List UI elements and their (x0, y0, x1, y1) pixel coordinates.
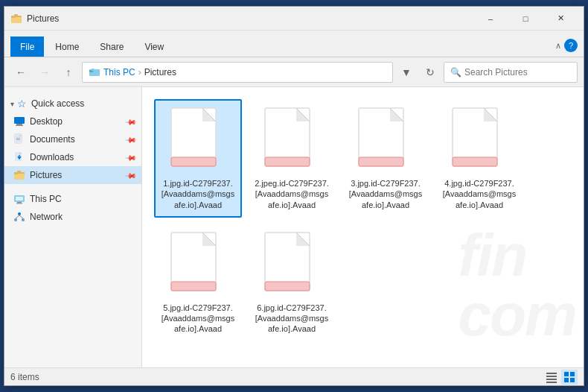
file-area: fiпcom 1.jpg.id-C279F237.[Avaaddams@msgs… (142, 87, 584, 367)
svg-line-29 (16, 215, 19, 218)
title-bar-title: Pictures (27, 13, 473, 24)
ribbon-chevron: ∧ ? (555, 39, 578, 57)
quick-access-header[interactable]: ▾ ☆ Quick access (4, 93, 141, 113)
file-name: 2.jpeg.id-C279F237.[Avaaddams@msgsafe.io… (254, 178, 330, 210)
svg-rect-19 (14, 174, 25, 180)
tab-file[interactable]: File (10, 37, 44, 57)
svg-rect-58 (546, 382, 557, 383)
file-item[interactable]: 5.jpg.id-C279F237.[Avaaddams@msgsafe.io]… (154, 224, 242, 342)
file-grid: 1.jpg.id-C279F237.[Avaaddams@msgsafe.io]… (151, 96, 575, 345)
close-button[interactable]: ✕ (543, 7, 578, 31)
address-path[interactable]: This PC › Pictures (82, 62, 393, 83)
maximize-button[interactable]: □ (508, 7, 543, 31)
forward-button[interactable]: → (34, 62, 55, 83)
title-bar: Pictures – □ ✕ (4, 7, 584, 31)
title-bar-icon (10, 13, 22, 25)
pin-icon-docs: 📌 (125, 133, 137, 145)
svg-rect-23 (16, 197, 23, 200)
quick-access-label: Quick access (31, 98, 84, 109)
svg-rect-59 (564, 372, 569, 376)
svg-rect-62 (570, 378, 575, 382)
explorer-window: Pictures – □ ✕ File Home Share View ∧ ? … (4, 6, 584, 386)
file-name: 6.jpg.id-C279F237.[Avaaddams@msgsafe.io]… (254, 303, 330, 335)
search-input[interactable] (464, 67, 571, 78)
svg-rect-24 (17, 202, 22, 203)
svg-rect-3 (14, 14, 18, 16)
file-item[interactable]: 1.jpg.id-C279F237.[Avaaddams@msgsafe.io]… (154, 99, 242, 218)
svg-rect-14 (16, 139, 20, 140)
path-thispc[interactable]: This PC (103, 67, 135, 78)
file-item[interactable]: 6.jpg.id-C279F237.[Avaaddams@msgsafe.io]… (248, 224, 336, 342)
file-item[interactable]: 3.jpg.id-C279F237.[Avaaddams@msgsafe.io]… (342, 99, 429, 218)
file-icon (356, 107, 415, 174)
file-name: 1.jpg.id-C279F237.[Avaaddams@msgsafe.io]… (160, 178, 236, 210)
svg-rect-21 (17, 171, 21, 173)
svg-rect-7 (14, 117, 25, 124)
thispc-icon (13, 193, 25, 205)
sidebar-item-thispc-label: This PC (30, 194, 135, 204)
svg-rect-60 (570, 372, 575, 376)
collapse-icon[interactable]: ∧ (555, 41, 561, 51)
path-sep: › (138, 67, 141, 78)
sidebar-item-network[interactable]: Network (4, 208, 141, 226)
item-count: 6 items (10, 372, 39, 382)
list-view-btn[interactable] (543, 370, 560, 385)
file-icon (262, 107, 322, 174)
address-bar: ← → ↑ This PC › Pictures ▼ ↻ 🔍 (4, 57, 584, 87)
sidebar-item-pictures-label: Pictures (30, 170, 122, 180)
svg-point-28 (22, 218, 25, 221)
tab-view[interactable]: View (135, 37, 173, 57)
svg-rect-6 (92, 69, 95, 71)
pin-icon-desktop: 📌 (125, 116, 137, 127)
pin-icon-downloads: 📌 (125, 151, 137, 163)
sidebar-item-downloads[interactable]: Downloads 📌 (4, 148, 141, 166)
sidebar-item-desktop[interactable]: Desktop 📌 (4, 113, 141, 130)
minimize-button[interactable]: – (473, 7, 508, 31)
file-name: 4.jpg.id-C279F237.[Avaaddams@msgsafe.io]… (441, 178, 517, 210)
sidebar-item-documents[interactable]: Documents 📌 (4, 130, 141, 148)
file-name: 5.jpg.id-C279F237.[Avaaddams@msgsafe.io]… (160, 303, 236, 335)
back-button[interactable]: ← (10, 62, 31, 83)
status-bar: 6 items (4, 367, 584, 385)
pin-icon-pictures: 📌 (125, 169, 137, 181)
svg-rect-56 (546, 376, 557, 377)
file-item[interactable]: 2.jpeg.id-C279F237.[Avaaddams@msgsafe.io… (248, 99, 336, 218)
svg-rect-54 (265, 282, 310, 291)
file-item[interactable]: 4.jpg.id-C279F237.[Avaaddams@msgsafe.io]… (435, 99, 523, 218)
svg-rect-25 (16, 203, 22, 204)
ribbon: File Home Share View ∧ ? (4, 31, 584, 57)
file-icon (168, 107, 228, 174)
dropdown-btn[interactable]: ▼ (396, 62, 417, 83)
svg-rect-46 (453, 157, 497, 166)
file-icon (450, 107, 509, 174)
view-icons (543, 370, 578, 385)
help-icon[interactable]: ? (564, 39, 578, 52)
sidebar-item-desktop-label: Desktop (30, 116, 122, 127)
search-icon: 🔍 (450, 67, 461, 78)
desktop-icon (13, 116, 25, 127)
tab-share[interactable]: Share (90, 37, 133, 57)
sidebar-item-downloads-label: Downloads (30, 152, 122, 162)
search-box[interactable]: 🔍 (444, 62, 578, 83)
tab-home[interactable]: Home (45, 37, 89, 57)
downloads-icon (13, 151, 25, 163)
svg-rect-34 (171, 157, 216, 166)
svg-rect-50 (171, 282, 216, 291)
sidebar-item-documents-label: Documents (30, 134, 122, 145)
svg-rect-1 (11, 17, 22, 23)
svg-rect-57 (546, 379, 557, 380)
network-icon (13, 211, 25, 223)
detail-view-btn[interactable] (561, 370, 578, 385)
sidebar-item-pictures[interactable]: Pictures 📌 (4, 166, 141, 184)
title-bar-controls: – □ ✕ (473, 7, 578, 31)
refresh-button[interactable]: ↻ (420, 62, 441, 83)
svg-point-27 (14, 218, 17, 221)
file-name: 3.jpg.id-C279F237.[Avaaddams@msgsafe.io]… (348, 178, 424, 210)
file-icon (262, 231, 322, 298)
svg-rect-38 (265, 157, 310, 166)
up-button[interactable]: ↑ (58, 62, 79, 83)
svg-point-26 (18, 212, 21, 215)
path-pictures[interactable]: Pictures (144, 67, 176, 78)
sidebar-item-thispc[interactable]: This PC (4, 190, 141, 208)
quick-access-star: ☆ (17, 98, 27, 110)
